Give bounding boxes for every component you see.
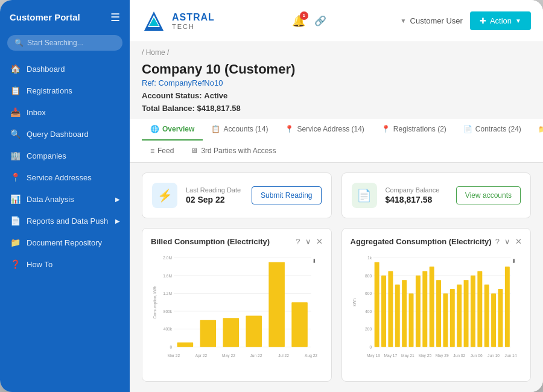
nav-icon-data-analysis: 📊 xyxy=(10,194,21,204)
notification-bell[interactable]: 🔔 1 xyxy=(289,11,308,31)
main-content: ASTRAL TECH 🔔 1 🔗 ▼ Customer User xyxy=(130,0,543,392)
topbar: ASTRAL TECH 🔔 1 🔗 ▼ Customer User xyxy=(130,0,543,42)
svg-text:600: 600 xyxy=(365,291,372,296)
svg-text:May 17: May 17 xyxy=(384,353,397,358)
svg-rect-50 xyxy=(436,280,441,347)
card-value-balance: $418,817.58 xyxy=(386,195,448,204)
svg-text:Mar 22: Mar 22 xyxy=(168,353,180,358)
tab-documents[interactable]: 📁Documents (0) xyxy=(530,119,543,141)
chart-help-billed-consumption[interactable]: ? xyxy=(296,237,300,246)
svg-rect-20 xyxy=(291,302,308,347)
tabs-container: 🌐Overview📋Accounts (14)📍Service Address … xyxy=(130,119,543,163)
tab-icon-service-address: 📍 xyxy=(285,125,294,133)
action-caret-icon: ▼ xyxy=(515,17,521,24)
chart-area-aggregated-consumption: 02004006008001kMay 13May 17May 21May 25M… xyxy=(351,252,522,373)
svg-text:Jun 06: Jun 06 xyxy=(470,353,482,358)
svg-rect-55 xyxy=(470,276,475,347)
sidebar-item-document-repository[interactable]: 📁 Document Repository xyxy=(0,232,130,253)
sidebar: Customer Portal ☰ 🔍 🏠 Dashboard 📋 Regist… xyxy=(0,0,130,392)
tab-accounts[interactable]: 📋Accounts (14) xyxy=(203,119,276,141)
svg-text:400: 400 xyxy=(365,309,372,314)
sidebar-item-query-dashboard[interactable]: 🔍 Query Dashboard xyxy=(0,123,130,145)
svg-rect-49 xyxy=(429,267,434,347)
page-title: Company 10 (Customer) xyxy=(142,62,531,77)
nav-icon-query-dashboard: 🔍 xyxy=(10,129,21,139)
sidebar-item-registrations[interactable]: 📋 Registrations xyxy=(0,80,130,101)
notification-badge: 1 xyxy=(300,11,308,20)
search-input[interactable] xyxy=(27,39,115,47)
svg-text:200: 200 xyxy=(365,327,372,332)
page-content: / Home / Company 10 (Customer) Ref: Comp… xyxy=(130,42,543,392)
nav-label-data-analysis: Data Analysis xyxy=(27,195,74,204)
logo-area: ASTRAL TECH xyxy=(142,9,215,33)
svg-text:Consumption, kWh: Consumption, kWh xyxy=(152,286,157,319)
tab-icon-feed: ≡ xyxy=(150,147,154,155)
svg-rect-45 xyxy=(402,280,407,347)
svg-text:0: 0 xyxy=(369,345,372,349)
sidebar-item-data-analysis[interactable]: 📊 Data Analysis ▶ xyxy=(0,188,130,210)
tab-overview[interactable]: 🌐Overview xyxy=(142,119,203,141)
nav-icon-registrations: 📋 xyxy=(10,86,21,95)
tab-feed[interactable]: ≡Feed xyxy=(142,141,182,162)
search-icon: 🔍 xyxy=(14,39,24,47)
sidebar-search-box[interactable]: 🔍 xyxy=(7,35,122,51)
card-btn-reading[interactable]: Submit Reading xyxy=(252,186,321,204)
svg-text:800k: 800k xyxy=(164,309,173,314)
nav-label-document-repository: Document Repository xyxy=(27,238,102,247)
logo-name: ASTRAL xyxy=(172,12,215,23)
tab-label-service-address: Service Address (14) xyxy=(297,125,364,133)
svg-rect-54 xyxy=(463,280,468,347)
svg-rect-47 xyxy=(415,276,420,347)
tab-label-contracts: Contracts (24) xyxy=(475,125,521,133)
svg-text:400k: 400k xyxy=(164,327,173,332)
action-button[interactable]: ✚ Action ▼ xyxy=(470,11,531,30)
user-label: Customer User xyxy=(410,16,463,25)
svg-text:May 29: May 29 xyxy=(435,353,448,358)
user-area[interactable]: ▼ Customer User xyxy=(401,16,463,25)
link-icon[interactable]: 🔗 xyxy=(314,15,326,27)
nav-label-how-to: How To xyxy=(27,260,52,269)
nav-icon-reports-data-push: 📄 xyxy=(10,216,21,226)
sidebar-item-companies[interactable]: 🏢 Companies xyxy=(0,145,130,166)
svg-text:1.2M: 1.2M xyxy=(163,291,172,296)
tab-icon-accounts: 📋 xyxy=(211,125,220,133)
balance-value: $418,817.58 xyxy=(197,104,241,113)
sidebar-item-inbox[interactable]: 📥 Inbox xyxy=(0,101,130,123)
sidebar-item-service-addresses[interactable]: 📍 Service Addresses xyxy=(0,166,130,188)
svg-rect-18 xyxy=(246,315,262,347)
nav-icon-how-to: ❓ xyxy=(10,259,21,269)
svg-rect-19 xyxy=(268,262,285,347)
chart-area-billed-consumption: 0400k800k1.2M1.6M2.0MMar 22Apr 22May 22J… xyxy=(151,252,323,373)
svg-rect-52 xyxy=(449,289,454,347)
svg-rect-53 xyxy=(457,285,462,347)
tab-contracts[interactable]: 📄Contracts (24) xyxy=(455,119,530,141)
tab-service-address[interactable]: 📍Service Address (14) xyxy=(276,119,372,141)
chart-close-billed-consumption[interactable]: ✕ xyxy=(316,237,323,246)
hamburger-icon[interactable]: ☰ xyxy=(110,11,120,24)
tab-label-registrations: Registrations (2) xyxy=(393,125,446,133)
card-btn-balance[interactable]: View accounts xyxy=(456,186,521,204)
account-status-label: Account Status: xyxy=(142,91,202,100)
nav-label-registrations: Registrations xyxy=(27,86,72,95)
card-reading: ⚡ Last Reading Date 02 Sep 22 Submit Rea… xyxy=(142,172,332,218)
chart-close-aggregated-consumption[interactable]: ✕ xyxy=(515,237,522,246)
svg-text:⬇: ⬇ xyxy=(511,259,516,265)
tab-3rd-parties[interactable]: 🖥3rd Parties with Access xyxy=(182,141,284,162)
page-ref: Ref: CompanyRefNo10 xyxy=(142,78,531,87)
nav-icon-companies: 🏢 xyxy=(10,151,21,160)
svg-rect-59 xyxy=(498,289,503,347)
chart-help-aggregated-consumption[interactable]: ? xyxy=(495,237,500,246)
svg-text:Jun 10: Jun 10 xyxy=(487,353,500,358)
breadcrumb-home[interactable]: Home xyxy=(146,48,165,57)
svg-text:May 21: May 21 xyxy=(401,353,414,358)
chart-collapse-billed-consumption[interactable]: ∨ xyxy=(305,237,311,246)
svg-rect-56 xyxy=(477,271,482,347)
svg-text:kWh: kWh xyxy=(352,298,356,306)
sidebar-item-dashboard[interactable]: 🏠 Dashboard xyxy=(0,58,130,80)
nav-label-inbox: Inbox xyxy=(27,108,46,117)
nav-label-query-dashboard: Query Dashboard xyxy=(27,130,89,139)
tab-registrations[interactable]: 📍Registrations (2) xyxy=(373,119,455,141)
sidebar-item-reports-data-push[interactable]: 📄 Reports and Data Push ▶ xyxy=(0,210,130,232)
sidebar-item-how-to[interactable]: ❓ How To xyxy=(0,253,130,275)
chart-collapse-aggregated-consumption[interactable]: ∨ xyxy=(504,237,510,246)
